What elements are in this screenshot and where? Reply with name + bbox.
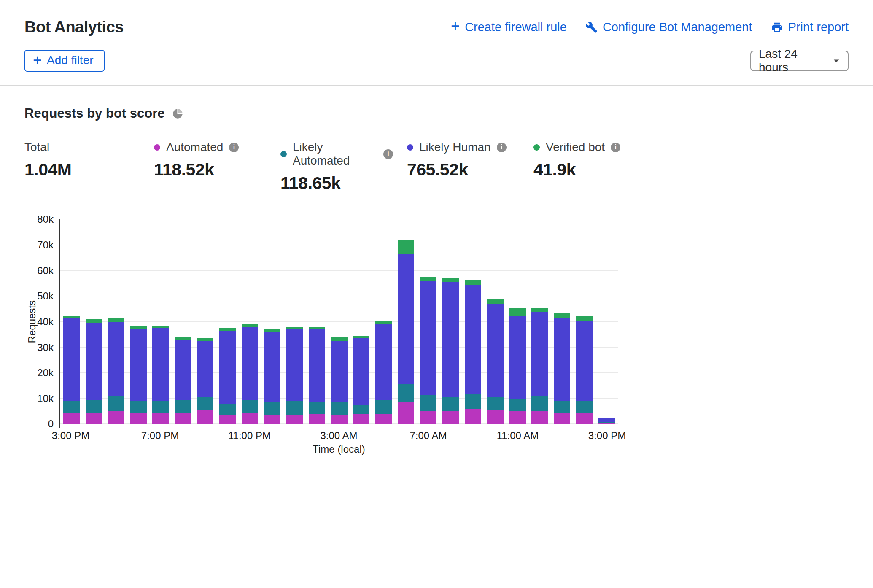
bar-segment-likely-automated[interactable] bbox=[242, 400, 258, 413]
bar-segment-verified-bot[interactable] bbox=[576, 316, 593, 321]
bar-segment-automated[interactable] bbox=[152, 413, 169, 424]
plot-area[interactable] bbox=[59, 219, 618, 424]
bar-segment-likely-automated[interactable] bbox=[219, 404, 236, 415]
bar-segment-automated[interactable] bbox=[63, 413, 80, 424]
bar-segment-likely-automated[interactable] bbox=[152, 401, 169, 413]
bar-segment-likely-human[interactable] bbox=[576, 321, 593, 401]
bar-segment-likely-human[interactable] bbox=[175, 340, 191, 399]
bar-segment-likely-automated[interactable] bbox=[398, 384, 414, 402]
bar-segment-likely-human[interactable] bbox=[331, 341, 347, 402]
bar-segment-verified-bot[interactable] bbox=[420, 277, 436, 281]
bar-segment-likely-automated[interactable] bbox=[353, 405, 369, 414]
info-icon[interactable]: i bbox=[611, 143, 620, 152]
bar-segment-likely-human[interactable] bbox=[353, 338, 369, 405]
bar-segment-automated[interactable] bbox=[219, 415, 236, 424]
chart-bar[interactable] bbox=[242, 219, 258, 424]
bar-segment-verified-bot[interactable] bbox=[398, 240, 414, 254]
bar-segment-likely-automated[interactable] bbox=[531, 396, 548, 411]
bar-segment-likely-automated[interactable] bbox=[576, 401, 593, 413]
chart-bar[interactable] bbox=[175, 219, 191, 424]
chart-bar[interactable] bbox=[130, 219, 147, 424]
bar-segment-verified-bot[interactable] bbox=[86, 319, 102, 323]
bar-segment-verified-bot[interactable] bbox=[554, 313, 570, 318]
bar-segment-likely-automated[interactable] bbox=[264, 402, 280, 415]
bar-segment-automated[interactable] bbox=[509, 411, 525, 424]
bar-segment-verified-bot[interactable] bbox=[531, 308, 548, 312]
bar-segment-likely-automated[interactable] bbox=[465, 394, 481, 409]
chart-bar[interactable] bbox=[353, 219, 369, 424]
bar-segment-verified-bot[interactable] bbox=[331, 337, 347, 341]
bar-segment-automated[interactable] bbox=[197, 410, 213, 424]
bar-segment-likely-automated[interactable] bbox=[487, 397, 504, 410]
bar-segment-automated[interactable] bbox=[375, 414, 392, 424]
bar-segment-likely-human[interactable] bbox=[152, 328, 169, 401]
add-filter-button[interactable]: + Add filter bbox=[24, 50, 105, 72]
bar-segment-likely-automated[interactable] bbox=[375, 400, 392, 414]
bar-segment-automated[interactable] bbox=[86, 413, 102, 424]
bar-segment-likely-automated[interactable] bbox=[554, 401, 570, 413]
bar-segment-likely-automated[interactable] bbox=[420, 395, 436, 411]
info-icon[interactable]: i bbox=[229, 143, 239, 152]
bar-segment-likely-human[interactable] bbox=[420, 281, 436, 395]
bar-segment-likely-human[interactable] bbox=[554, 318, 570, 401]
chart-bar[interactable] bbox=[286, 219, 303, 424]
bar-segment-automated[interactable] bbox=[353, 414, 369, 424]
bar-segment-likely-human[interactable] bbox=[130, 329, 147, 401]
chart-bar[interactable] bbox=[219, 219, 236, 424]
bar-segment-likely-human[interactable] bbox=[286, 329, 303, 401]
bar-segment-automated[interactable] bbox=[309, 414, 325, 424]
bar-segment-automated[interactable] bbox=[264, 415, 280, 424]
bar-segment-automated[interactable] bbox=[487, 410, 504, 424]
bar-segment-likely-automated[interactable] bbox=[130, 401, 147, 413]
bar-segment-automated[interactable] bbox=[531, 411, 548, 424]
bar-segment-likely-human[interactable] bbox=[465, 285, 481, 394]
bar-segment-likely-human[interactable] bbox=[242, 327, 258, 400]
bar-segment-verified-bot[interactable] bbox=[487, 299, 504, 304]
bar-segment-verified-bot[interactable] bbox=[465, 280, 481, 285]
chart-bar[interactable] bbox=[309, 219, 325, 424]
configure-bot-management-link[interactable]: Configure Bot Management bbox=[585, 20, 752, 34]
bar-segment-automated[interactable] bbox=[442, 411, 459, 424]
bar-segment-likely-automated[interactable] bbox=[197, 397, 213, 410]
bar-segment-automated[interactable] bbox=[242, 413, 258, 424]
chart-bar[interactable] bbox=[375, 219, 392, 424]
bar-segment-likely-automated[interactable] bbox=[442, 397, 459, 411]
bar-segment-automated[interactable] bbox=[175, 413, 191, 424]
bar-segment-verified-bot[interactable] bbox=[442, 278, 459, 282]
chart-bar[interactable] bbox=[197, 219, 213, 424]
chart-bar[interactable] bbox=[398, 219, 414, 424]
bar-segment-automated[interactable] bbox=[398, 402, 414, 424]
chart-bar[interactable] bbox=[465, 219, 481, 424]
chart-bar[interactable] bbox=[442, 219, 459, 424]
bar-segment-automated[interactable] bbox=[286, 415, 303, 424]
bar-segment-likely-automated[interactable] bbox=[309, 402, 325, 414]
chart-bar[interactable] bbox=[598, 219, 615, 424]
create-firewall-rule-link[interactable]: + Create firewall rule bbox=[451, 20, 567, 34]
info-icon[interactable]: i bbox=[497, 143, 507, 152]
bar-segment-likely-human[interactable] bbox=[509, 316, 525, 399]
bar-segment-verified-bot[interactable] bbox=[509, 308, 525, 316]
bar-segment-likely-automated[interactable] bbox=[63, 401, 80, 413]
chart-bar[interactable] bbox=[331, 219, 347, 424]
chart-bar[interactable] bbox=[554, 219, 570, 424]
bar-segment-automated[interactable] bbox=[465, 409, 481, 424]
bar-segment-likely-automated[interactable] bbox=[509, 399, 525, 411]
bar-segment-likely-human[interactable] bbox=[487, 304, 504, 397]
chart-bar[interactable] bbox=[420, 219, 436, 424]
chart-bar[interactable] bbox=[152, 219, 169, 424]
bar-segment-likely-human[interactable] bbox=[219, 331, 236, 404]
bar-segment-likely-human[interactable] bbox=[86, 323, 102, 400]
bar-segment-automated[interactable] bbox=[108, 411, 124, 424]
bar-segment-likely-human[interactable] bbox=[63, 318, 80, 401]
bar-segment-automated[interactable] bbox=[420, 411, 436, 424]
info-icon[interactable]: i bbox=[383, 149, 393, 159]
bar-segment-likely-automated[interactable] bbox=[86, 400, 102, 413]
bar-segment-likely-human[interactable] bbox=[309, 329, 325, 402]
bar-segment-likely-human[interactable] bbox=[197, 341, 213, 397]
print-report-link[interactable]: Print report bbox=[771, 20, 849, 34]
bar-segment-likely-human[interactable] bbox=[531, 312, 548, 396]
bar-segment-likely-human[interactable] bbox=[398, 254, 414, 384]
chart-bar[interactable] bbox=[63, 219, 80, 424]
time-range-select[interactable]: Last 24 hours bbox=[750, 51, 849, 71]
chart-bar[interactable] bbox=[108, 219, 124, 424]
